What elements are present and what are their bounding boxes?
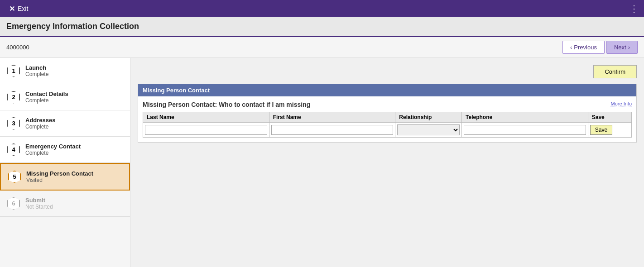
step-label-1: Launch bbox=[25, 64, 48, 71]
content-area: Confirm Missing Person Contact More Info… bbox=[130, 58, 644, 267]
table-header-row: Last Name First Name Relationship Teleph… bbox=[143, 112, 632, 123]
table-row: Spouse Parent Child Sibling Friend Other bbox=[143, 123, 632, 138]
exit-button[interactable]: ✕ Exit bbox=[5, 3, 32, 15]
step-label-4: Emergency Contact bbox=[25, 143, 81, 150]
confirm-button[interactable]: Confirm bbox=[593, 65, 637, 78]
step-status-2: Complete bbox=[25, 97, 68, 104]
sidebar-item-launch[interactable]: 1 Launch Complete bbox=[0, 58, 130, 84]
step-badge-1: 1 bbox=[7, 65, 20, 77]
previous-button[interactable]: ‹ Previous bbox=[562, 41, 605, 54]
step-status-5: Visited bbox=[26, 177, 93, 183]
x-icon: ✕ bbox=[9, 5, 15, 13]
col-last-name: Last Name bbox=[143, 112, 269, 123]
step-info-1: Launch Complete bbox=[25, 64, 48, 77]
save-button[interactable]: Save bbox=[590, 125, 612, 135]
previous-label: Previous bbox=[574, 44, 597, 51]
step-info-5: Missing Person Contact Visited bbox=[26, 170, 93, 183]
step-info-4: Emergency Contact Complete bbox=[25, 143, 81, 156]
section-title-row: More Info Missing Person Contact: Who to… bbox=[143, 101, 632, 108]
last-name-input[interactable] bbox=[145, 125, 267, 135]
col-telephone: Telephone bbox=[462, 112, 588, 123]
step-label-5: Missing Person Contact bbox=[26, 170, 93, 177]
step-info-3: Addresses Complete bbox=[25, 117, 55, 130]
step-status-6: Not Started bbox=[25, 204, 53, 210]
col-first-name: First Name bbox=[269, 112, 395, 123]
record-id: 4000000 bbox=[6, 44, 29, 51]
next-label: Next bbox=[614, 44, 626, 51]
sidebar: 1 Launch Complete 2 Contact Details Comp… bbox=[0, 58, 130, 267]
next-button[interactable]: Next › bbox=[606, 41, 638, 54]
section-container: Missing Person Contact More Info Missing… bbox=[138, 84, 637, 143]
telephone-input[interactable] bbox=[464, 125, 586, 135]
step-badge-5: 5 bbox=[8, 171, 21, 183]
step-status-4: Complete bbox=[25, 150, 81, 156]
section-header-label: Missing Person Contact bbox=[143, 87, 210, 94]
step-status-1: Complete bbox=[25, 71, 48, 77]
section-header: Missing Person Contact bbox=[138, 84, 636, 96]
sidebar-item-addresses[interactable]: 3 Addresses Complete bbox=[0, 110, 130, 137]
top-bar: ✕ Exit ⋮ bbox=[0, 0, 644, 17]
sub-header: 4000000 ‹ Previous Next › bbox=[0, 37, 644, 58]
section-body: More Info Missing Person Contact: Who to… bbox=[138, 96, 636, 142]
section-title: Missing Person Contact: Who to contact i… bbox=[143, 101, 632, 108]
step-badge-2: 2 bbox=[7, 91, 20, 104]
step-badge-4: 4 bbox=[7, 143, 20, 156]
sidebar-item-contact-details[interactable]: 2 Contact Details Complete bbox=[0, 84, 130, 110]
relationship-select[interactable]: Spouse Parent Child Sibling Friend Other bbox=[397, 124, 460, 135]
step-label-3: Addresses bbox=[25, 117, 55, 124]
col-save: Save bbox=[588, 112, 631, 123]
sidebar-item-missing-person-contact[interactable]: 5 Missing Person Contact Visited bbox=[0, 163, 130, 191]
main-layout: 1 Launch Complete 2 Contact Details Comp… bbox=[0, 58, 644, 267]
sidebar-item-submit[interactable]: 6 Submit Not Started bbox=[0, 191, 130, 217]
sidebar-item-emergency-contact[interactable]: 4 Emergency Contact Complete bbox=[0, 137, 130, 163]
exit-label: Exit bbox=[18, 5, 28, 12]
chevron-left-icon: ‹ bbox=[570, 44, 572, 51]
navigation-buttons: ‹ Previous Next › bbox=[562, 41, 638, 54]
col-relationship: Relationship bbox=[395, 112, 462, 123]
last-name-cell bbox=[143, 123, 269, 138]
first-name-input[interactable] bbox=[271, 125, 394, 135]
chevron-right-icon: › bbox=[628, 44, 630, 51]
step-info-6: Submit Not Started bbox=[25, 197, 53, 210]
step-badge-3: 3 bbox=[7, 117, 20, 130]
title-bar: Emergency Information Collection bbox=[0, 17, 644, 37]
relationship-cell: Spouse Parent Child Sibling Friend Other bbox=[395, 123, 462, 138]
step-badge-6: 6 bbox=[7, 197, 20, 210]
page-title: Emergency Information Collection bbox=[6, 22, 139, 31]
telephone-cell bbox=[462, 123, 588, 138]
more-info-link[interactable]: More Info bbox=[611, 101, 632, 106]
step-label-6: Submit bbox=[25, 197, 53, 204]
menu-dots-button[interactable]: ⋮ bbox=[630, 3, 639, 14]
step-status-3: Complete bbox=[25, 124, 55, 130]
missing-person-contact-table: Last Name First Name Relationship Teleph… bbox=[143, 112, 632, 138]
first-name-cell bbox=[269, 123, 395, 138]
step-info-2: Contact Details Complete bbox=[25, 91, 68, 104]
step-label-2: Contact Details bbox=[25, 91, 68, 97]
save-cell: Save bbox=[588, 123, 631, 138]
